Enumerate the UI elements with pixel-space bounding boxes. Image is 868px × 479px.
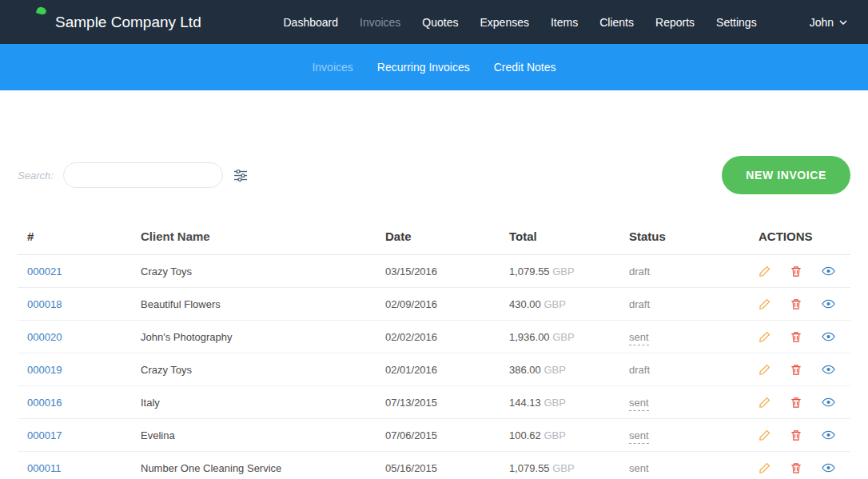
view-icon[interactable] xyxy=(822,266,835,276)
topnav-item-clients[interactable]: Clients xyxy=(599,16,634,29)
row-actions xyxy=(739,265,850,277)
company-logo-icon xyxy=(21,10,45,34)
invoice-total: 430.00 GBP xyxy=(500,298,619,310)
client-name: Beautiful Flowers xyxy=(131,298,376,310)
topnav-item-dashboard[interactable]: Dashboard xyxy=(284,16,339,29)
table-header: #Client NameDateTotalStatusACTIONS xyxy=(18,220,850,255)
delete-icon[interactable] xyxy=(790,397,802,409)
user-menu[interactable]: John xyxy=(810,16,847,29)
invoice-total: 1,079.55 GBP xyxy=(500,462,619,474)
table-row: 000018 Beautiful Flowers 02/09/2016 430.… xyxy=(18,288,850,321)
column-header: Date xyxy=(376,230,500,243)
delete-icon[interactable] xyxy=(790,364,802,376)
subnav-item-recurring-invoices[interactable]: Recurring Invoices xyxy=(377,61,470,74)
invoices-table: #Client NameDateTotalStatusACTIONS 00002… xyxy=(18,220,850,479)
client-name: Crazy Toys xyxy=(131,364,376,376)
invoice-number-link[interactable]: 000011 xyxy=(27,462,61,474)
column-header: Status xyxy=(619,230,739,243)
invoice-number-link[interactable]: 000020 xyxy=(27,331,62,343)
new-invoice-button[interactable]: NEW INVOICE xyxy=(722,156,850,194)
invoice-date: 02/09/2016 xyxy=(376,298,500,310)
topnav-item-expenses[interactable]: Expenses xyxy=(480,16,529,29)
topnav-item-quotes[interactable]: Quotes xyxy=(422,16,458,29)
delete-icon[interactable] xyxy=(790,298,802,310)
topnav-item-invoices[interactable]: Invoices xyxy=(360,16,400,29)
status-badge: draft xyxy=(629,265,650,277)
view-icon[interactable] xyxy=(822,430,835,440)
subnav-item-invoices[interactable]: Invoices xyxy=(312,61,352,74)
brand: Sample Company Ltd xyxy=(21,10,201,34)
search-input[interactable] xyxy=(63,162,223,188)
invoice-date: 05/16/2015 xyxy=(376,462,500,474)
column-header: ACTIONS xyxy=(739,230,850,243)
invoice-date: 03/15/2016 xyxy=(376,265,500,277)
edit-icon[interactable] xyxy=(759,462,770,474)
brand-name: Sample Company Ltd xyxy=(55,14,201,31)
view-icon[interactable] xyxy=(822,365,835,374)
content: Search: NEW INVOICE #Client NameDateTota… xyxy=(0,156,868,479)
status-badge: sent xyxy=(629,331,649,345)
delete-icon[interactable] xyxy=(790,462,802,474)
status-badge: draft xyxy=(629,364,650,376)
topnav-item-items[interactable]: Items xyxy=(551,16,578,29)
invoice-number-link[interactable]: 000018 xyxy=(27,298,62,310)
delete-icon[interactable] xyxy=(790,331,802,343)
status-badge: sent xyxy=(629,397,649,411)
view-icon[interactable] xyxy=(822,332,835,341)
table-row: 000016 Italy 07/13/2015 144.13 GBP sent xyxy=(18,386,850,419)
edit-icon[interactable] xyxy=(759,265,770,277)
table-body: 000021 Crazy Toys 03/15/2016 1,079.55 GB… xyxy=(18,255,850,479)
edit-icon[interactable] xyxy=(759,364,770,376)
client-name: John's Photography xyxy=(131,331,376,343)
invoice-total: 144.13 GBP xyxy=(500,397,619,409)
status-badge: sent xyxy=(629,429,649,444)
row-actions xyxy=(739,462,850,474)
column-header: Client Name xyxy=(131,230,376,243)
view-icon[interactable] xyxy=(822,463,835,473)
invoice-number-link[interactable]: 000017 xyxy=(27,429,62,441)
table-row: 000020 John's Photography 02/02/2016 1,9… xyxy=(18,321,850,353)
table-row: 000021 Crazy Toys 03/15/2016 1,079.55 GB… xyxy=(18,255,850,288)
row-actions xyxy=(739,298,850,310)
invoice-date: 02/01/2016 xyxy=(376,364,500,376)
invoice-total: 386.00 GBP xyxy=(500,364,619,376)
view-icon[interactable] xyxy=(822,397,835,407)
topnav-item-settings[interactable]: Settings xyxy=(716,16,757,29)
invoice-number-link[interactable]: 000019 xyxy=(27,364,62,376)
invoice-number-link[interactable]: 000016 xyxy=(27,397,62,409)
top-navbar: Sample Company Ltd DashboardInvoicesQuot… xyxy=(0,0,868,44)
user-name: John xyxy=(810,16,834,29)
edit-icon[interactable] xyxy=(759,429,770,441)
status-badge: draft xyxy=(629,298,650,310)
row-actions xyxy=(739,429,850,441)
invoice-date: 07/13/2015 xyxy=(376,397,500,409)
topnav-item-reports[interactable]: Reports xyxy=(655,16,695,29)
subnav-item-credit-notes[interactable]: Credit Notes xyxy=(494,61,556,74)
delete-icon[interactable] xyxy=(790,265,802,277)
status-badge: sent xyxy=(629,462,649,474)
view-icon[interactable] xyxy=(822,299,835,309)
topnav: DashboardInvoicesQuotesExpensesItemsClie… xyxy=(284,16,757,29)
edit-icon[interactable] xyxy=(759,331,770,343)
row-actions xyxy=(739,397,850,409)
search-label: Search: xyxy=(18,170,54,182)
column-header: Total xyxy=(500,230,619,243)
table-row: 000017 Evelina 07/06/2015 100.62 GBP sen… xyxy=(18,419,850,452)
sub-navbar: InvoicesRecurring InvoicesCredit Notes xyxy=(0,44,868,90)
invoice-date: 07/06/2015 xyxy=(376,429,500,441)
client-name: Evelina xyxy=(131,429,376,441)
row-actions xyxy=(739,364,850,376)
edit-icon[interactable] xyxy=(759,397,770,409)
filter-icon[interactable] xyxy=(233,169,248,182)
column-header: # xyxy=(18,230,131,243)
invoice-total: 1,079.55 GBP xyxy=(500,265,619,277)
invoice-total: 100.62 GBP xyxy=(500,429,619,441)
table-row: 000019 Crazy Toys 02/01/2016 386.00 GBP … xyxy=(18,353,850,386)
edit-icon[interactable] xyxy=(759,298,770,310)
client-name: Number One Cleaning Service xyxy=(131,462,376,474)
invoice-date: 02/02/2016 xyxy=(376,331,500,343)
delete-icon[interactable] xyxy=(790,429,802,441)
invoice-number-link[interactable]: 000021 xyxy=(27,265,62,277)
invoice-total: 1,936.00 GBP xyxy=(500,331,619,343)
toolbar: Search: NEW INVOICE xyxy=(18,156,850,194)
